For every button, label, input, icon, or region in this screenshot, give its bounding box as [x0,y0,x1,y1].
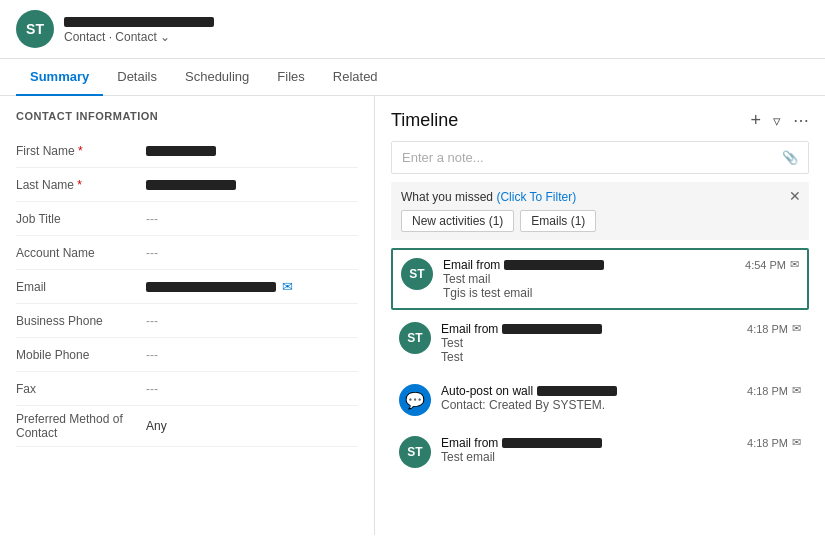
item-title-prefix-4: Email from [441,436,498,450]
item-title-1: Email from [443,258,604,272]
item-content-4: Email from 4:18 PM ✉ Test email [441,436,801,468]
field-mobile-phone: Mobile Phone --- [16,338,358,372]
item-body-2: Test [441,350,801,364]
email-redacted [146,282,276,292]
item-title-4: Email from [441,436,602,450]
last-name-redacted [146,180,236,190]
emails-button[interactable]: Emails (1) [520,210,596,232]
item-content-3: Auto-post on wall 4:18 PM ✉ Contact: Cre… [441,384,801,416]
item-title-2: Email from [441,322,602,336]
field-value-mobile-phone: --- [146,348,158,362]
field-email: Email ✉ [16,270,358,304]
avatar: ST [16,10,54,48]
item-sender-1-redacted [504,260,604,270]
timeline-title: Timeline [391,110,750,131]
field-value-business-phone: --- [146,314,158,328]
header-info: Contact · Contact ⌄ [64,14,214,44]
right-panel: Timeline + ▿ ⋯ Enter a note... 📎 What yo… [375,96,825,535]
nav-tabs: Summary Details Scheduling Files Related [0,59,825,96]
missed-title: What you missed (Click To Filter) [401,190,799,204]
contact-info-title: CONTACT INFORMATION [16,110,358,122]
note-input-area[interactable]: Enter a note... 📎 [391,141,809,174]
field-label-fax: Fax [16,382,146,396]
item-sub-1: Test mail [443,272,799,286]
field-label-mobile-phone: Mobile Phone [16,348,146,362]
paperclip-icon[interactable]: 📎 [782,150,798,165]
reply-icon-2[interactable]: ✉ [792,322,801,335]
timeline-header: Timeline + ▿ ⋯ [391,110,809,131]
tab-summary[interactable]: Summary [16,59,103,96]
timeline-item-3[interactable]: 💬 Auto-post on wall 4:18 PM ✉ Contact: C… [391,376,809,424]
item-body-1: Tgis is test email [443,286,799,300]
item-content-2: Email from 4:18 PM ✉ Test Test [441,322,801,364]
name-redacted [64,17,214,27]
field-value-account-name: --- [146,246,158,260]
field-value-preferred-contact: Any [146,419,167,433]
tab-scheduling[interactable]: Scheduling [171,59,263,96]
item-time-1: 4:54 PM ✉ [745,258,799,271]
field-first-name: First Name * [16,134,358,168]
more-options-icon[interactable]: ⋯ [793,111,809,130]
click-filter-text[interactable]: (Click To Filter) [496,190,576,204]
field-fax: Fax --- [16,372,358,406]
timeline-item-4[interactable]: ST Email from 4:18 PM ✉ Test email [391,428,809,476]
field-label-email: Email [16,280,146,294]
field-business-phone: Business Phone --- [16,304,358,338]
first-name-redacted [146,146,216,156]
item-title-prefix-2: Email from [441,322,498,336]
item-title-3: Auto-post on wall [441,384,617,398]
item-time-2: 4:18 PM ✉ [747,322,801,335]
field-value-fax: --- [146,382,158,396]
field-label-business-phone: Business Phone [16,314,146,328]
item-title-prefix-3: Auto-post on wall [441,384,533,398]
field-value-email: ✉ [146,279,293,294]
chevron-down-icon[interactable]: ⌄ [160,30,170,44]
timeline-item-1[interactable]: ST Email from 4:54 PM ✉ Test mail Tgis i… [391,248,809,310]
item-avatar-4: ST [399,436,431,468]
item-avatar-3: 💬 [399,384,431,416]
reply-icon-3[interactable]: ✉ [792,384,801,397]
item-sub-2: Test [441,336,801,350]
tab-related[interactable]: Related [319,59,392,96]
timeline-actions: + ▿ ⋯ [750,110,809,131]
email-send-icon[interactable]: ✉ [282,279,293,294]
item-time-value-1: 4:54 PM [745,259,786,271]
item-sender-4-redacted [502,438,602,448]
item-sub-3: Contact: Created By SYSTEM. [441,398,801,412]
field-account-name: Account Name --- [16,236,358,270]
item-title-row-4: Email from 4:18 PM ✉ [441,436,801,450]
field-preferred-contact: Preferred Method of Contact Any [16,406,358,447]
close-icon[interactable]: ✕ [789,188,801,204]
item-sender-2-redacted [502,324,602,334]
required-marker: * [78,144,83,158]
new-activities-button[interactable]: New activities (1) [401,210,514,232]
field-value-first-name [146,146,216,156]
field-value-last-name [146,180,236,190]
item-avatar-1: ST [401,258,433,290]
item-time-value-3: 4:18 PM [747,385,788,397]
item-title-row-3: Auto-post on wall 4:18 PM ✉ [441,384,801,398]
item-title-row-2: Email from 4:18 PM ✉ [441,322,801,336]
item-title-prefix-1: Email from [443,258,500,272]
missed-text: What you missed [401,190,493,204]
tab-files[interactable]: Files [263,59,318,96]
item-time-3: 4:18 PM ✉ [747,384,801,397]
field-label-last-name: Last Name * [16,178,146,192]
field-label-account-name: Account Name [16,246,146,260]
timeline-item-2[interactable]: ST Email from 4:18 PM ✉ Test Test [391,314,809,372]
reply-icon-1[interactable]: ✉ [790,258,799,271]
filter-icon[interactable]: ▿ [773,112,781,130]
item-time-value-4: 4:18 PM [747,437,788,449]
required-marker: * [77,178,82,192]
missed-buttons: New activities (1) Emails (1) [401,210,799,232]
add-icon[interactable]: + [750,110,761,131]
tab-details[interactable]: Details [103,59,171,96]
item-content-1: Email from 4:54 PM ✉ Test mail Tgis is t… [443,258,799,300]
contact-name [64,14,214,30]
reply-icon-4[interactable]: ✉ [792,436,801,449]
item-sub-4: Test email [441,450,801,464]
field-label-preferred-contact: Preferred Method of Contact [16,412,146,440]
field-job-title: Job Title --- [16,202,358,236]
main-layout: CONTACT INFORMATION First Name * Last Na… [0,96,825,535]
subtitle-text: Contact · Contact [64,30,157,44]
